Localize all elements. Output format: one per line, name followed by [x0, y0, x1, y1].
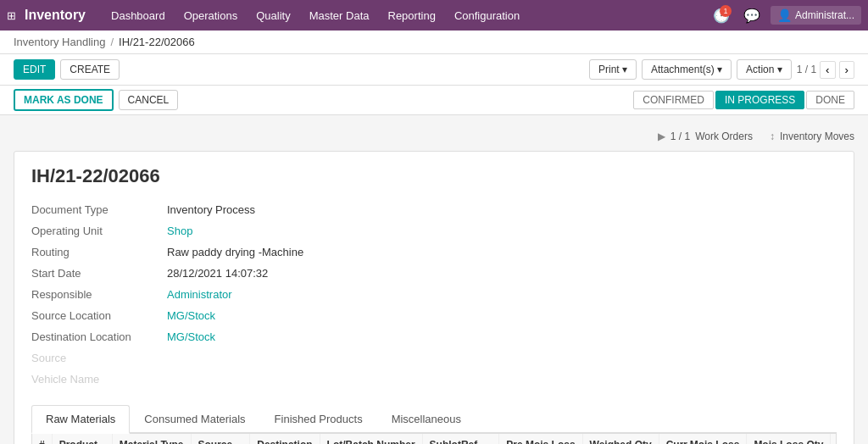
work-orders-label: Work Orders [695, 130, 753, 142]
clock-icon[interactable]: 🕐 1 [709, 3, 733, 27]
field-value-doc-type: Inventory Process [167, 201, 540, 219]
breadcrumb-current: IH/21-22/02066 [119, 36, 195, 48]
field-value-responsible[interactable]: Administrator [167, 286, 540, 303]
status-in-progress[interactable]: IN PROGRESS [715, 91, 804, 109]
work-info-bar: ▶ 1 / 1 Work Orders ↕ Inventory Moves [14, 125, 854, 151]
field-label-vehicle: Vehicle Name [31, 370, 167, 388]
field-value-source-location[interactable]: MG/Stock [167, 307, 540, 325]
nav-configuration[interactable]: Configuration [446, 4, 528, 27]
tab-miscellaneous[interactable]: Miscellaneous [377, 405, 476, 434]
nav-menu: Dashboard Operations Quality Master Data… [103, 4, 709, 27]
col-material-type: Material Type [112, 434, 191, 444]
inventory-moves-link[interactable]: ↕ Inventory Moves [770, 130, 854, 142]
breadcrumb: Inventory Handling / IH/21-22/02066 [0, 31, 868, 54]
user-name: Administrat... [795, 9, 854, 21]
nav-right: 🕐 1 💬 👤 Administrat... [709, 3, 861, 27]
col-product: Product [52, 434, 112, 444]
tab-raw-materials[interactable]: Raw Materials [31, 405, 130, 434]
user-menu[interactable]: 👤 Administrat... [771, 6, 861, 25]
field-value-dest-location[interactable]: MG/Stock [167, 328, 540, 346]
nav-reporting[interactable]: Reporting [380, 4, 444, 27]
col-curr-mois-loss: Curr.Mois.Loss [659, 434, 747, 444]
status-confirmed[interactable]: CONFIRMED [633, 91, 714, 109]
col-weighed-qty: Weighed Qty [582, 434, 659, 444]
cancel-button[interactable]: CANCEL [119, 90, 179, 110]
field-value-routing: Raw paddy drying -Machine [167, 243, 540, 261]
field-label-routing: Routing [31, 243, 167, 261]
field-value-start-date: 28/12/2021 14:07:32 [167, 264, 540, 282]
status-done[interactable]: DONE [806, 91, 854, 109]
chat-icon[interactable]: 💬 [740, 3, 764, 27]
action-bar-primary: EDIT CREATE Print ▾ Attachment(s) ▾ Acti… [0, 54, 868, 86]
breadcrumb-parent[interactable]: Inventory Handling [14, 36, 105, 48]
col-destination: Destination [250, 434, 320, 444]
print-button[interactable]: Print ▾ [589, 59, 637, 80]
field-label-source-location: Source Location [31, 307, 167, 325]
field-value-vehicle [167, 370, 540, 388]
nav-operations[interactable]: Operations [175, 4, 247, 27]
attachments-button[interactable]: Attachment(s) ▾ [642, 59, 732, 80]
action-button[interactable]: Action ▾ [737, 59, 792, 80]
col-sublot-ref: SublotRef. [422, 434, 499, 444]
play-icon: ▶ [658, 130, 665, 142]
col-source: Source [191, 434, 250, 444]
work-orders-link[interactable]: ▶ 1 / 1 Work Orders [658, 130, 753, 142]
field-label-responsible: Responsible [31, 286, 167, 303]
action-bar-secondary: MARK AS DONE CANCEL CONFIRMED IN PROGRES… [0, 86, 868, 115]
field-label-start-date: Start Date [31, 264, 167, 282]
status-bar: CONFIRMED IN PROGRESS DONE [633, 91, 854, 109]
field-value-source [167, 349, 540, 367]
nav-quality[interactable]: Quality [248, 4, 298, 27]
next-page-button[interactable]: › [839, 61, 854, 79]
breadcrumb-separator: / [110, 36, 114, 48]
tabs: Raw Materials Consumed Materials Finishe… [31, 405, 837, 434]
document-fields: Document Type Inventory Process Operatin… [31, 201, 540, 388]
app-name: Inventory [25, 8, 86, 23]
col-pre-mois-loss: Pre.Mois.Loss [499, 434, 582, 444]
nav-master-data[interactable]: Master Data [301, 4, 378, 27]
inventory-moves-label: Inventory Moves [780, 130, 854, 142]
mark-as-done-button[interactable]: MARK AS DONE [14, 89, 114, 111]
top-navigation: ⊞ Inventory Dashboard Operations Quality… [0, 0, 868, 31]
create-button[interactable]: CREATE [60, 59, 120, 80]
document-title: IH/21-22/02066 [31, 165, 837, 187]
app-grid-icon[interactable]: ⊞ [7, 9, 16, 22]
main-content: ▶ 1 / 1 Work Orders ↕ Inventory Moves IH… [0, 115, 868, 444]
raw-materials-table: # Product Material Type Source Destinati… [31, 434, 837, 444]
field-label-source: Source [31, 349, 167, 367]
pagination-text: 1 / 1 [797, 64, 816, 75]
col-lot-batch: Lot/Batch Number [320, 434, 422, 444]
nav-dashboard[interactable]: Dashboard [103, 4, 174, 27]
work-orders-count: 1 / 1 [670, 130, 690, 142]
field-label-op-unit: Operating Unit [31, 222, 167, 240]
field-label-doc-type: Document Type [31, 201, 167, 219]
clock-badge: 1 [720, 5, 732, 17]
col-mois-loss-qty: Mois.Loss Qty [747, 434, 831, 444]
document-card: IH/21-22/02066 Document Type Inventory P… [14, 151, 854, 444]
pagination: 1 / 1 ‹ › [797, 61, 854, 79]
col-rate: Rate [831, 434, 837, 444]
edit-button[interactable]: EDIT [14, 59, 55, 80]
moves-icon: ↕ [770, 130, 775, 142]
tab-finished-products[interactable]: Finished Products [260, 405, 377, 434]
col-num: # [32, 434, 52, 444]
field-label-dest-location: Destination Location [31, 328, 167, 346]
tab-consumed-materials[interactable]: Consumed Materials [130, 405, 259, 434]
field-value-op-unit[interactable]: Shop [167, 222, 540, 240]
prev-page-button[interactable]: ‹ [820, 61, 835, 79]
